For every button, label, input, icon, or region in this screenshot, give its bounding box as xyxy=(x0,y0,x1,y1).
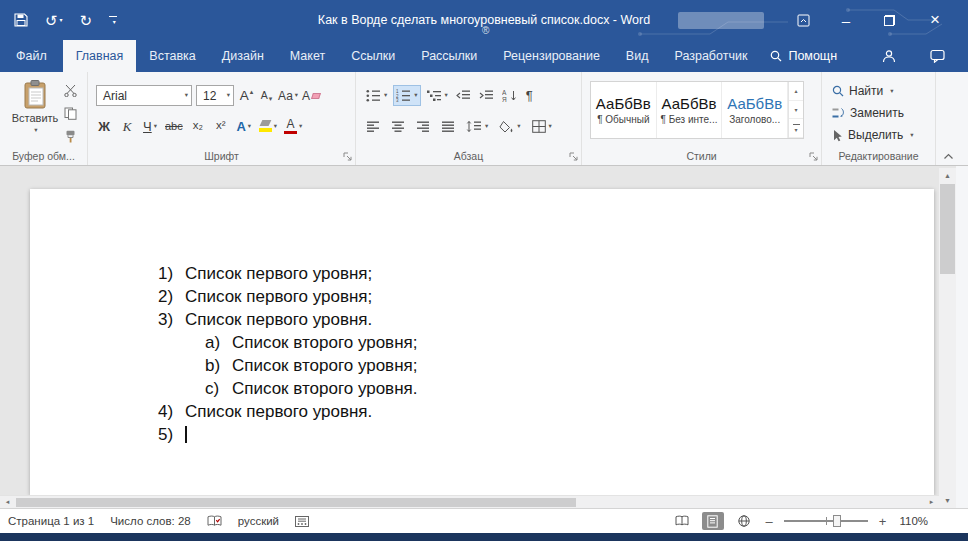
bullets-button[interactable]: ▾ xyxy=(364,85,389,106)
comments-button[interactable] xyxy=(920,40,954,72)
text-effects-button[interactable]: А▾ xyxy=(236,116,252,136)
bold-button[interactable]: Ж xyxy=(96,116,112,136)
print-layout-button[interactable] xyxy=(702,512,724,530)
font-dialog-launcher[interactable] xyxy=(343,152,352,161)
zoom-out-button[interactable]: – xyxy=(764,514,775,529)
restore-button[interactable] xyxy=(872,0,906,40)
account-button[interactable] xyxy=(872,40,906,72)
tab-references[interactable]: Ссылки xyxy=(338,40,408,72)
customize-quick-access-button[interactable]: ▾ xyxy=(109,16,117,25)
text-highlight-button[interactable]: ▾ xyxy=(259,116,277,136)
vertical-scrollbar-thumb[interactable] xyxy=(940,184,955,274)
tab-layout[interactable]: Макет xyxy=(277,40,338,72)
zoom-in-button[interactable]: + xyxy=(877,514,889,529)
read-mode-button[interactable] xyxy=(671,512,693,530)
find-button[interactable]: Найти ▾ xyxy=(832,84,894,98)
cut-button[interactable] xyxy=(64,84,77,97)
styles-scroll-up-button[interactable]: ▴ xyxy=(789,82,803,101)
macro-recording-button[interactable] xyxy=(295,516,309,527)
zoom-level[interactable]: 110% xyxy=(899,515,928,527)
ribbon-tab-bar: Файл Главная Вставка Дизайн Макет Ссылки… xyxy=(0,40,968,72)
styles-dialog-launcher[interactable] xyxy=(809,152,818,161)
web-layout-button[interactable] xyxy=(733,512,755,530)
collapse-ribbon-button[interactable] xyxy=(943,153,954,160)
copy-button[interactable] xyxy=(64,107,77,120)
scroll-right-button[interactable]: ▸ xyxy=(924,496,939,508)
word-application-window: ↺ ▾ ↻ ▾ Как в Ворде сделать многоуровнев… xyxy=(0,0,968,541)
save-button[interactable] xyxy=(14,13,28,27)
italic-button[interactable]: К xyxy=(119,116,135,136)
tab-insert[interactable]: Вставка xyxy=(136,40,208,72)
chevron-down-icon: ▾ xyxy=(910,132,913,139)
underline-button[interactable]: Ч▾ xyxy=(142,116,158,136)
tab-view[interactable]: Вид xyxy=(613,40,662,72)
sort-button[interactable]: АЯ xyxy=(500,85,520,106)
select-button[interactable]: Выделить ▾ xyxy=(832,128,914,142)
pilcrow-icon: ¶ xyxy=(526,88,533,103)
borders-button[interactable]: ▾ xyxy=(530,116,554,137)
paste-button[interactable]: Вставить ▾ xyxy=(8,80,62,134)
numbering-button[interactable]: 123 ▾ xyxy=(393,85,420,106)
styles-scroll-down-button[interactable]: ▾ xyxy=(789,101,803,120)
subscript-button[interactable]: x₂ xyxy=(190,116,206,136)
minimize-button[interactable]: – xyxy=(829,0,863,40)
word-count[interactable]: Число слов: 28 xyxy=(110,515,191,527)
proofing-status-button[interactable] xyxy=(207,515,222,528)
scroll-up-button[interactable]: ▲ xyxy=(939,168,956,183)
styles-more-button[interactable]: ▾ xyxy=(789,119,803,138)
clear-formatting-glyph: А xyxy=(302,90,310,102)
line-spacing-button[interactable]: ▾ xyxy=(464,116,490,137)
chevron-down-icon: ▾ xyxy=(295,92,298,99)
scroll-down-button[interactable]: ▼ xyxy=(939,493,956,508)
strikethrough-button[interactable]: abc xyxy=(165,116,183,136)
font-row-1: Arial ▾ 12 ▾ А▴ А▾ Аа▾ А xyxy=(96,85,320,106)
superscript-button[interactable]: x² xyxy=(213,116,229,136)
tab-developer[interactable]: Разработчик xyxy=(661,40,760,72)
font-family-combobox[interactable]: Arial ▾ xyxy=(96,85,192,106)
font-group-label: Шрифт xyxy=(88,150,355,162)
change-case-button[interactable]: Аа▾ xyxy=(278,86,298,106)
replace-button[interactable]: Заменить xyxy=(832,106,904,120)
zoom-slider[interactable] xyxy=(784,520,868,522)
undo-button[interactable]: ↺ ▾ xyxy=(45,13,63,28)
tab-review[interactable]: Рецензирование xyxy=(490,40,613,72)
font-size-combobox[interactable]: 12 ▾ xyxy=(196,85,234,106)
shading-button[interactable]: ▾ xyxy=(497,116,522,137)
tab-design[interactable]: Дизайн xyxy=(209,40,277,72)
document-page[interactable]: 1)Список первого уровня; 2)Список первог… xyxy=(30,189,934,495)
chevron-down-icon: ▾ xyxy=(34,127,37,134)
scissors-icon xyxy=(64,84,77,97)
align-right-button[interactable] xyxy=(414,116,432,137)
language-indicator[interactable]: русский xyxy=(238,515,279,527)
horizontal-scrollbar[interactable]: ◂ ▸ xyxy=(0,495,939,508)
decrease-indent-button[interactable] xyxy=(454,85,473,106)
grow-font-button[interactable]: А▴ xyxy=(238,86,254,106)
style-heading1[interactable]: АаБбВв Заголово... xyxy=(722,82,788,138)
tell-me-search[interactable]: Помощн xyxy=(760,40,847,72)
redo-button[interactable]: ↻ xyxy=(80,13,93,28)
paragraph-dialog-launcher[interactable] xyxy=(569,152,578,161)
increase-indent-button[interactable] xyxy=(477,85,496,106)
clear-formatting-button[interactable]: А xyxy=(302,86,320,106)
tab-home[interactable]: Главная xyxy=(63,40,137,72)
align-left-button[interactable] xyxy=(364,116,382,137)
shrink-font-button[interactable]: А▾ xyxy=(258,86,274,106)
tab-mailings[interactable]: Рассылки xyxy=(408,40,490,72)
align-center-button[interactable] xyxy=(389,116,407,137)
style-no-spacing[interactable]: АаБбВв ¶ Без инте... xyxy=(657,82,723,138)
font-color-button[interactable]: А▾ xyxy=(284,116,302,136)
style-normal[interactable]: АаБбВв ¶ Обычный xyxy=(591,82,657,138)
page-indicator[interactable]: Страница 1 из 1 xyxy=(8,515,94,527)
format-painter-button[interactable] xyxy=(64,130,77,143)
scroll-left-button[interactable]: ◂ xyxy=(0,496,15,508)
justify-button[interactable] xyxy=(439,116,457,137)
show-formatting-marks-button[interactable]: ¶ xyxy=(524,85,535,106)
multilevel-list-button[interactable]: ▾ xyxy=(425,85,450,106)
horizontal-scrollbar-thumb[interactable] xyxy=(16,498,576,507)
chevron-down-icon: ▾ xyxy=(485,123,488,130)
vertical-scrollbar[interactable]: ▲ ▼ xyxy=(939,168,956,508)
ribbon-display-options-button[interactable] xyxy=(786,0,820,40)
tab-file[interactable]: Файл xyxy=(0,40,63,72)
close-button[interactable]: × xyxy=(918,0,952,40)
zoom-slider-thumb[interactable] xyxy=(833,515,841,527)
